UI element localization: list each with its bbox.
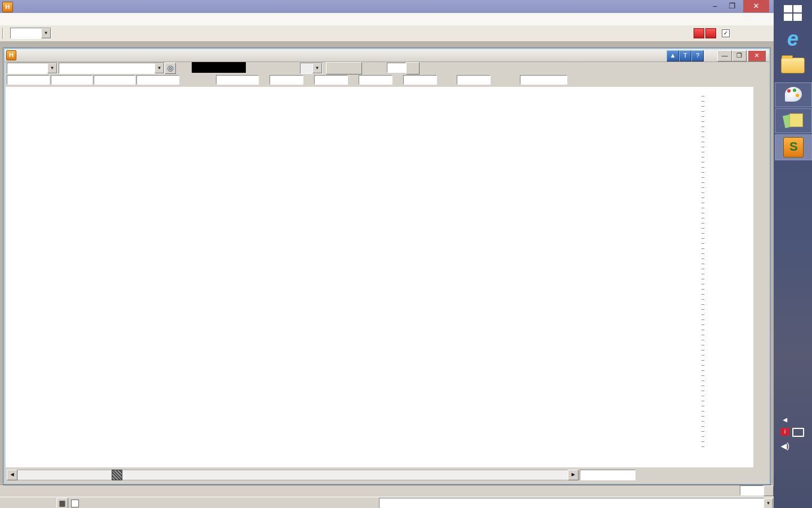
quote-row [0, 75, 774, 86]
chevron-down-icon: ▼ [47, 63, 57, 73]
close-button[interactable]: ✕ [743, 0, 769, 12]
status-checkbox[interactable] [71, 500, 79, 507]
status-extra-combo[interactable] [379, 498, 765, 508]
quote-high [314, 75, 348, 85]
symbol-banner [192, 62, 246, 73]
quote-time [7, 75, 50, 85]
quote-low [359, 75, 392, 85]
volume-icon[interactable]: ◀) [781, 441, 789, 450]
jihsun-hts-window: H – ❐ ✕ ▼ ✓ [0, 0, 775, 508]
chart-controls-row: ▼ ▼ ◎ ▼ [0, 61, 774, 76]
interval-combo[interactable]: ▼ [300, 63, 323, 74]
tab-strip [0, 484, 774, 496]
jihsun-app-icon[interactable]: S [775, 134, 812, 160]
text-tool-icon[interactable]: T [679, 50, 691, 62]
x-axis [7, 457, 700, 467]
paint-app-icon[interactable] [775, 82, 812, 107]
screen-code-combo[interactable]: ▼ [10, 28, 51, 39]
chevron-down-icon: ▼ [155, 63, 164, 73]
search-icon: ◎ [167, 64, 173, 72]
previous-button[interactable] [326, 62, 362, 75]
quote-total-volume [136, 75, 179, 85]
windows-start-icon[interactable] [775, 5, 811, 21]
network-icon[interactable] [792, 428, 804, 437]
chart-window-icon: H [6, 50, 16, 60]
child-restore-button[interactable]: ❐ [732, 50, 747, 62]
quote-net-change [457, 75, 491, 85]
main-toolbar: ▼ ✓ [0, 25, 774, 42]
restore-button[interactable]: ❐ [724, 0, 740, 12]
view-count-box [580, 470, 636, 480]
minimize-button[interactable]: – [707, 0, 723, 12]
notes-app-icon[interactable] [775, 108, 812, 133]
file-explorer-icon[interactable] [775, 58, 811, 73]
quote-open [270, 75, 303, 85]
scroll-left-icon[interactable]: ◀ [7, 470, 17, 480]
internet-explorer-icon[interactable]: e [775, 27, 811, 51]
data-count-input[interactable] [387, 63, 406, 73]
series-type-combo[interactable]: ▼ [7, 63, 58, 74]
child-minimize-button[interactable]: — [717, 50, 732, 62]
scroll-right-icon[interactable]: ▶ [568, 470, 579, 480]
symbol-combo[interactable]: ▼ [59, 63, 165, 74]
chevron-down-icon[interactable]: ▼ [764, 498, 773, 508]
save-password-checkbox[interactable]: ✓ [722, 29, 730, 37]
chart-window-titlebar: H ▲ T ? — ❐ ✕ [5, 49, 769, 62]
pane-up-icon[interactable]: ▲ [667, 50, 679, 62]
lock-icon[interactable]: ▦ [56, 498, 68, 508]
chart-bottom-bar: ◀ ▶ [0, 468, 774, 482]
nav-back-button[interactable] [694, 28, 704, 38]
stock-query-input[interactable] [740, 485, 764, 496]
quote-date [216, 75, 259, 85]
quote-close [403, 75, 437, 85]
tray-alert-icon[interactable]: i [780, 428, 789, 436]
windows-taskbar: e S ◀ i ◀) [774, 0, 812, 508]
stock-query-go-button[interactable] [764, 485, 774, 496]
child-close-button[interactable]: ✕ [748, 50, 766, 62]
y-axis-ticks [701, 96, 704, 452]
scrollbar-thumb[interactable] [112, 470, 122, 480]
symbol-search-button[interactable]: ◎ [165, 63, 176, 74]
menu-bar [0, 13, 774, 26]
app-logo-icon: H [2, 2, 13, 12]
desktop: H – ❐ ✕ ▼ ✓ [0, 0, 812, 508]
nav-forward-button[interactable] [705, 28, 716, 38]
chevron-down-icon[interactable]: ▼ [41, 28, 51, 38]
quote-change [94, 75, 135, 85]
quote-price [51, 75, 92, 85]
quote-volume [520, 75, 567, 85]
help-icon[interactable]: ? [691, 50, 704, 62]
status-bar: ▦ ▼ [0, 497, 774, 508]
app-titlebar: H – ❐ ✕ [0, 0, 774, 13]
chart-scrollbar[interactable] [7, 470, 579, 480]
technical-chart[interactable] [7, 87, 700, 455]
unit-button[interactable] [406, 62, 420, 75]
tray-expand-icon[interactable]: ◀ [783, 417, 787, 423]
